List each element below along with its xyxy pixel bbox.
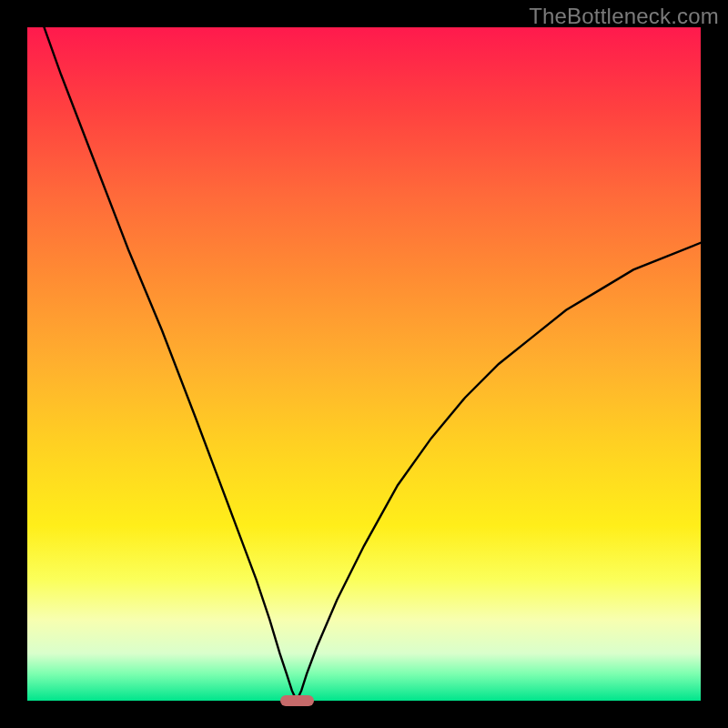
optimal-marker — [280, 695, 314, 706]
bottleneck-curve — [27, 27, 701, 701]
watermark-text: TheBottleneck.com — [529, 4, 719, 29]
curve-layer — [27, 27, 701, 701]
plot-frame — [27, 27, 701, 701]
